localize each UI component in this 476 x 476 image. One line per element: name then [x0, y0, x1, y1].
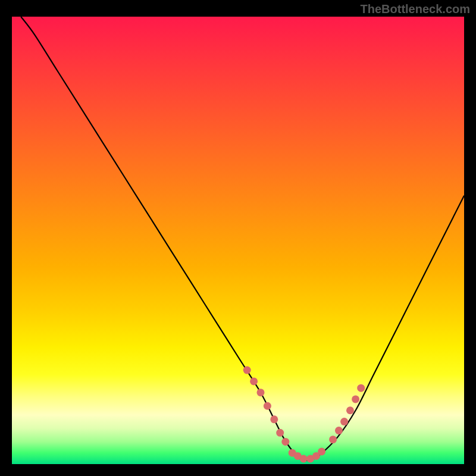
highlight-marker: [264, 402, 271, 410]
highlight-marker: [270, 415, 278, 423]
highlight-marker: [335, 427, 343, 434]
highlight-marker: [346, 406, 354, 414]
highlight-marker: [250, 377, 258, 385]
watermark-text: TheBottleneck.com: [361, 2, 470, 16]
chart-svg: [12, 17, 464, 464]
highlight-marker: [281, 438, 289, 446]
highlight-markers: [243, 367, 365, 463]
highlight-marker: [329, 436, 337, 443]
highlight-marker: [257, 389, 265, 396]
highlight-marker: [318, 447, 325, 455]
chart-plot-area: [12, 17, 464, 464]
highlight-marker: [300, 455, 308, 462]
highlight-marker: [340, 418, 348, 425]
highlight-marker: [276, 429, 284, 437]
highlight-marker: [243, 367, 251, 374]
highlight-marker: [357, 384, 365, 392]
bottleneck-curve-line: [21, 17, 464, 461]
highlight-marker: [352, 395, 359, 403]
